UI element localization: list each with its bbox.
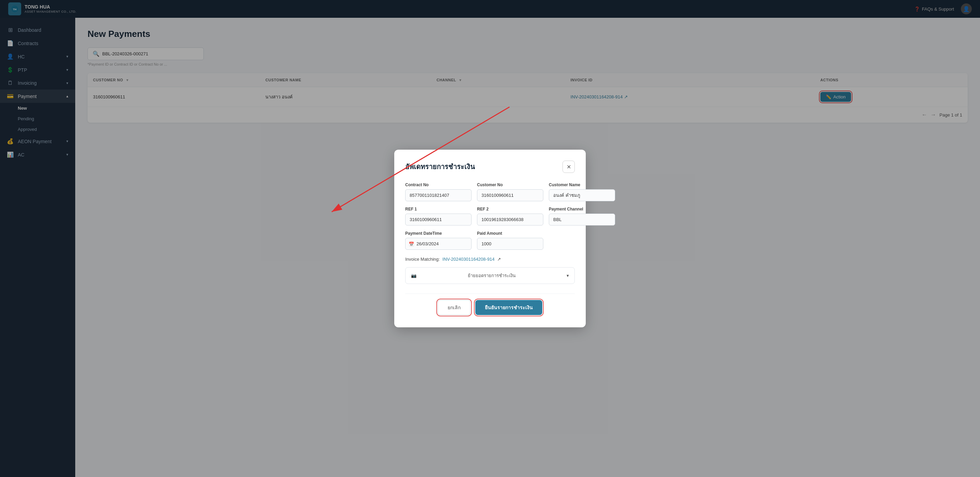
calendar-icon: 📅: [409, 241, 414, 246]
ref2-label: REF 2: [477, 207, 543, 211]
customer-name-field: Customer Name: [549, 182, 615, 201]
modal-overlay: อัพเดทรายการชำระเงิน ✕ Contract No Custo…: [0, 0, 980, 477]
contract-no-label: Contract No: [405, 182, 471, 187]
invoice-matching-link[interactable]: INV-20240301164208-914: [442, 257, 495, 262]
customer-name-input[interactable]: [549, 189, 615, 201]
modal-header: อัพเดทรายการชำระเงิน ✕: [405, 161, 575, 173]
confirm-button[interactable]: ยืนยันรายการชำระเงิน: [475, 300, 542, 315]
paid-amount-field: Paid Amount: [477, 231, 543, 250]
ref1-input[interactable]: [405, 214, 471, 225]
ref2-input[interactable]: [477, 214, 543, 225]
payment-datetime-label: Payment DateTime: [405, 231, 471, 236]
paid-amount-input[interactable]: [477, 238, 543, 250]
payment-channel-label: Payment Channel: [549, 207, 615, 211]
date-wrapper: 📅: [405, 238, 471, 250]
payment-datetime-input[interactable]: [405, 238, 471, 250]
modal-footer: ยกเลิก ยืนยันรายการชำระเงิน: [405, 293, 575, 316]
modal-form: Contract No Customer No Customer Name RE…: [405, 182, 575, 250]
invoice-external-link-icon: ↗: [497, 257, 501, 262]
ref1-label: REF 1: [405, 207, 471, 211]
customer-no-field: Customer No: [477, 182, 543, 201]
customer-no-input[interactable]: [477, 189, 543, 201]
move-payment-dropdown[interactable]: 📷 ย้ายยอดรายการชำระเงิน ▾: [405, 267, 575, 284]
contract-no-input[interactable]: [405, 189, 471, 201]
dropdown-chevron-icon: ▾: [566, 273, 569, 278]
ref1-field: REF 1: [405, 207, 471, 225]
move-payment-icon: 📷: [411, 273, 417, 278]
invoice-matching: Invoice Matching: INV-20240301164208-914…: [405, 257, 575, 262]
customer-name-label: Customer Name: [549, 182, 615, 187]
payment-channel-field: Payment Channel: [549, 207, 615, 225]
modal-title: อัพเดทรายการชำระเงิน: [405, 161, 475, 172]
payment-datetime-field: Payment DateTime 📅: [405, 231, 471, 250]
contract-no-field: Contract No: [405, 182, 471, 201]
payment-channel-input[interactable]: [549, 214, 615, 225]
modal-close-button[interactable]: ✕: [563, 161, 575, 173]
modal: อัพเดทรายการชำระเงิน ✕ Contract No Custo…: [394, 150, 586, 327]
ref2-field: REF 2: [477, 207, 543, 225]
cancel-button[interactable]: ยกเลิก: [438, 300, 471, 315]
customer-no-label: Customer No: [477, 182, 543, 187]
paid-amount-label: Paid Amount: [477, 231, 543, 236]
